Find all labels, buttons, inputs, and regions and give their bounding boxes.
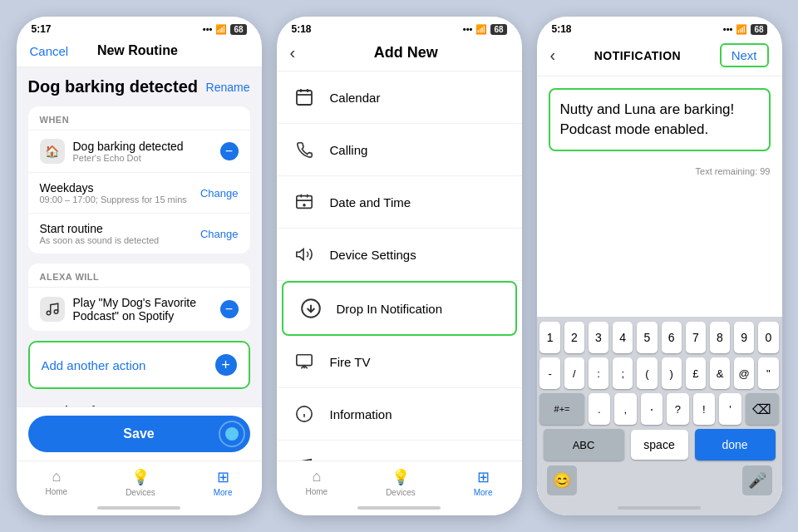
cancel-button[interactable]: Cancel <box>30 44 69 58</box>
nav-home-1[interactable]: ⌂ Home <box>45 468 67 497</box>
backspace-key[interactable]: ⌫ <box>746 393 779 425</box>
space-key[interactable]: space <box>631 430 688 460</box>
home-nav-icon-2: ⌂ <box>312 468 321 485</box>
when-row-2-right: Change <box>200 187 239 200</box>
change-link-1[interactable]: Change <box>200 187 239 200</box>
key-colon[interactable]: : <box>589 357 608 389</box>
menu-item-calling[interactable]: Calling <box>277 124 522 176</box>
key-pound[interactable]: £ <box>686 357 706 389</box>
key-dash[interactable]: - <box>539 357 559 389</box>
back-button-2[interactable]: ‹ <box>290 43 296 62</box>
menu-item-firetv[interactable]: Fire TV <box>277 336 522 388</box>
next-button[interactable]: Next <box>720 43 769 67</box>
key-quote[interactable]: " <box>758 357 778 389</box>
p3-body: Nutty and Luna are barking!Podcast mode … <box>537 76 782 500</box>
key-8[interactable]: 8 <box>710 322 730 353</box>
nav-devices-2[interactable]: 💡 Devices <box>386 468 416 497</box>
time-1: 5:17 <box>32 23 52 35</box>
nav-devices-1[interactable]: 💡 Devices <box>126 468 155 497</box>
keyboard-row-numbers: 1 2 3 4 5 6 7 8 9 0 <box>540 322 779 353</box>
key-2[interactable]: 2 <box>564 322 584 353</box>
alexa-row-main: Play "My Dog's Favorite Podcast" on Spot… <box>73 296 212 323</box>
key-comma[interactable]: , <box>614 393 637 425</box>
back-button-3[interactable]: ‹ <box>550 46 556 65</box>
calendar-icon <box>290 83 318 111</box>
nav-more-2[interactable]: ⊞ More <box>474 468 493 497</box>
home-indicator-1 <box>17 500 262 515</box>
menu-item-music[interactable]: Music & Podcasts <box>277 441 522 461</box>
add-action-plus[interactable]: + <box>215 354 237 376</box>
minus-button-1[interactable]: − <box>220 142 239 160</box>
time-3: 5:18 <box>552 23 572 35</box>
p2-title: Add New <box>303 44 508 62</box>
minus-button-alexa[interactable]: − <box>220 300 239 318</box>
change-link-2[interactable]: Change <box>200 228 239 240</box>
menu-label-calendar: Calendar <box>330 91 381 105</box>
p1-body: Dog barking detected Rename WHEN 🏠 Dog b… <box>17 67 262 406</box>
key-question[interactable]: ? <box>667 393 689 425</box>
svg-rect-11 <box>296 355 311 366</box>
when-row-2[interactable]: Weekdays 09:00 – 17:00; Suppress for 15 … <box>28 172 250 213</box>
abc-key[interactable]: ABC <box>544 429 624 461</box>
key-period[interactable]: . <box>589 393 611 425</box>
key-hashes[interactable]: #+= <box>539 393 584 425</box>
nav-more-1[interactable]: ⊞ More <box>214 468 233 497</box>
save-button[interactable]: Save <box>28 416 250 452</box>
alexa-row-right: − <box>220 300 239 318</box>
home-nav-icon: ⌂ <box>52 468 61 485</box>
status-bar-1: 5:17 ••• 📶 68 <box>17 17 262 38</box>
p1-footer: Save <box>17 406 262 461</box>
key-slash[interactable]: / <box>564 357 584 389</box>
svg-point-1 <box>54 310 58 314</box>
key-9[interactable]: 9 <box>734 322 754 353</box>
when-row-1[interactable]: 🏠 Dog barking detected Peter's Echo Dot … <box>28 130 250 172</box>
when-row-3-right: Change <box>200 228 239 240</box>
home-icon: 🏠 <box>40 139 65 164</box>
menu-label-information: Information <box>330 407 392 421</box>
menu-item-information[interactable]: Information <box>277 388 522 441</box>
mic-key[interactable]: 🎤 <box>742 466 772 495</box>
status-icons-2: ••• 📶 68 <box>463 24 507 35</box>
svg-point-0 <box>47 311 51 315</box>
when-row-3-content: Start routine As soon as sound is detect… <box>40 222 192 245</box>
key-3[interactable]: 3 <box>589 322 608 353</box>
notification-text-box: Nutty and Luna are barking!Podcast mode … <box>549 88 771 151</box>
svg-marker-8 <box>296 249 303 260</box>
key-amp[interactable]: & <box>710 357 730 389</box>
key-at[interactable]: @ <box>734 357 754 389</box>
add-action-box[interactable]: Add another action + <box>28 341 250 389</box>
key-5[interactable]: 5 <box>637 322 657 353</box>
key-7[interactable]: 7 <box>686 322 706 353</box>
when-row-1-right: − <box>220 142 239 160</box>
menu-label-dropin: Drop In Notification <box>337 302 443 316</box>
key-1[interactable]: 1 <box>539 322 559 353</box>
p3-title: NOTIFICATION <box>594 49 682 62</box>
nav-home-2[interactable]: ⌂ Home <box>305 468 328 497</box>
key-period2[interactable]: ⋅ <box>641 393 663 425</box>
menu-item-calendar[interactable]: Calendar <box>277 71 522 124</box>
key-open-paren[interactable]: ( <box>637 357 657 389</box>
key-exclaim[interactable]: ! <box>693 393 716 425</box>
key-semi[interactable]: ; <box>613 357 633 389</box>
when-row-3[interactable]: Start routine As soon as sound is detect… <box>28 213 250 254</box>
status-icons-3: ••• 📶 68 <box>723 24 767 35</box>
key-0[interactable]: 0 <box>758 322 778 353</box>
add-action-label: Add another action <box>42 358 146 372</box>
key-apos[interactable]: ' <box>719 393 741 425</box>
key-close-paren[interactable]: ) <box>662 357 682 389</box>
menu-item-devicesettings[interactable]: Device Settings <box>277 229 522 281</box>
information-icon <box>290 400 318 428</box>
menu-item-dropin[interactable]: Drop In Notification <box>282 281 517 336</box>
done-key[interactable]: done <box>695 429 776 461</box>
svg-rect-2 <box>297 91 312 105</box>
rename-link[interactable]: Rename <box>206 81 250 94</box>
alexa-row-1[interactable]: Play "My Dog's Favorite Podcast" on Spot… <box>28 287 250 331</box>
menu-item-datetime[interactable]: Date and Time <box>277 176 522 229</box>
p2-body: Calendar Calling Date and Time <box>277 71 522 461</box>
status-bar-3: 5:18 ••• 📶 68 <box>537 17 782 38</box>
key-4[interactable]: 4 <box>613 322 633 353</box>
home-indicator-3 <box>537 500 782 515</box>
emoji-key[interactable]: 😊 <box>547 466 577 495</box>
battery-icon-2: 68 <box>490 24 506 35</box>
key-6[interactable]: 6 <box>662 322 682 353</box>
